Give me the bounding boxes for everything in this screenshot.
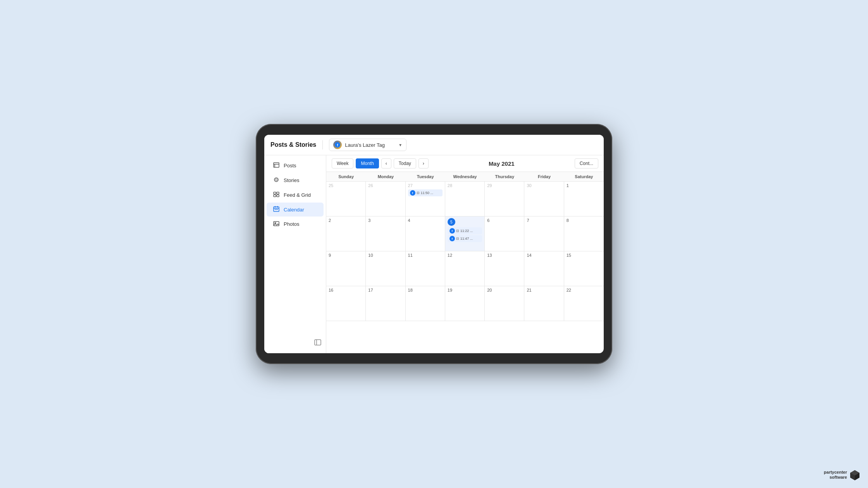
calendar-cell-w3-d0[interactable]: 16 [326, 286, 366, 321]
event-item-w0-d2-e0[interactable]: f⊟11:50 ... [408, 189, 443, 196]
calendar-cell-w3-d3[interactable]: 19 [445, 286, 485, 321]
svg-point-19 [275, 223, 276, 224]
sidebar-item-stories[interactable]: Stories [267, 173, 324, 187]
calendar-cell-w2-d5[interactable]: 14 [524, 251, 564, 286]
stories-icon [273, 177, 280, 184]
svg-rect-9 [274, 195, 276, 197]
calendar-cell-w1-d3[interactable]: 5f⊟11:22 ...f⊟11:47 ... [445, 217, 485, 251]
svg-rect-18 [274, 222, 279, 226]
account-name: Laura's Lazer Tag [345, 142, 395, 148]
calendar-cell-w3-d4[interactable]: 20 [485, 286, 524, 321]
cell-date-w1-d3: 5 [448, 218, 455, 226]
calendar-cell-w2-d4[interactable]: 13 [485, 251, 524, 286]
next-month-button[interactable]: › [418, 158, 429, 168]
cell-date-w2-d3: 12 [448, 253, 452, 258]
calendar-month-title: May 2021 [431, 160, 572, 167]
calendar-cell-w3-d2[interactable]: 18 [406, 286, 445, 321]
day-saturday: Saturday [564, 172, 604, 181]
cell-date-w2-d0: 9 [329, 253, 331, 258]
calendar-cell-w1-d5[interactable]: 7 [524, 217, 564, 251]
cell-date-w0-d0: 25 [329, 183, 333, 188]
calendar-grid: Sunday Monday Tuesday Wednesday Thursday… [326, 172, 604, 353]
sidebar-calendar-label: Calendar [284, 207, 304, 213]
calendar-cell-w0-d2[interactable]: 27f⊟11:50 ... [406, 182, 445, 216]
cell-date-w1-d0: 2 [329, 218, 331, 223]
facebook-event-icon: f [410, 190, 415, 196]
calendar-area: Week Month ‹ Today › May 2021 Cont... Su… [326, 155, 604, 353]
calendar-cell-w2-d3[interactable]: 12 [445, 251, 485, 286]
calendar-cell-w1-d6[interactable]: 8 [564, 217, 604, 251]
calendar-week-2: 9101112131415 [326, 251, 604, 286]
calendar-cell-w1-d0[interactable]: 2 [326, 217, 366, 251]
calendar-cell-w1-d4[interactable]: 6 [485, 217, 524, 251]
prev-month-button[interactable]: ‹ [381, 158, 391, 168]
calendar-cell-w0-d0[interactable]: 25 [326, 182, 366, 216]
calendar-cell-w1-d1[interactable]: 3 [366, 217, 405, 251]
media-event-icon: ⊟ [456, 237, 459, 241]
month-name: May [489, 160, 500, 167]
facebook-event-icon: f [450, 228, 455, 234]
cell-date-w3-d0: 16 [329, 288, 333, 292]
today-button[interactable]: Today [394, 158, 416, 168]
content-button[interactable]: Cont... [575, 158, 598, 168]
calendar-cell-w2-d1[interactable]: 10 [366, 251, 405, 286]
account-selector[interactable]: f Laura's Lazer Tag ▼ [329, 139, 406, 151]
calendar-cell-w3-d5[interactable]: 21 [524, 286, 564, 321]
cell-date-w1-d6: 8 [567, 218, 569, 223]
cell-date-w1-d1: 3 [368, 218, 370, 223]
calendar-cell-w0-d1[interactable]: 26 [366, 182, 405, 216]
sidebar-item-feed-grid[interactable]: Feed & Grid [267, 188, 324, 202]
cell-date-w3-d2: 18 [408, 288, 413, 292]
sidebar-toggle-icon[interactable] [314, 339, 321, 347]
calendar-cell-w1-d2[interactable]: 4 [406, 217, 445, 251]
event-time: 11:47 ... [460, 237, 473, 241]
tablet-screen: Posts & Stories f Laura's Lazer Tag ▼ [264, 135, 604, 353]
calendar-cell-w3-d1[interactable]: 17 [366, 286, 405, 321]
calendar-cell-w0-d6[interactable]: 1 [564, 182, 604, 216]
sidebar-item-calendar[interactable]: Calendar [267, 203, 324, 217]
media-event-icon: ⊟ [456, 229, 459, 233]
cell-date-w0-d5: 30 [527, 183, 531, 188]
cell-date-w0-d2: 27 [408, 183, 413, 188]
day-sunday: Sunday [326, 172, 366, 181]
day-tuesday: Tuesday [406, 172, 445, 181]
calendar-cell-w3-d6[interactable]: 22 [564, 286, 604, 321]
sidebar-stories-label: Stories [284, 177, 299, 183]
day-monday: Monday [366, 172, 405, 181]
header-divider [322, 140, 323, 149]
event-time: 11:22 ... [460, 229, 473, 233]
event-item-w1-d3-e0[interactable]: f⊟11:22 ... [448, 227, 482, 234]
sidebar-posts-label: Posts [284, 163, 296, 168]
week-view-button[interactable]: Week [332, 158, 353, 168]
cell-date-w0-d1: 26 [368, 183, 373, 188]
cell-date-w0-d4: 29 [487, 183, 492, 188]
brand-text: partycenter software [824, 470, 847, 480]
svg-point-5 [274, 178, 278, 182]
calendar-cell-w0-d3[interactable]: 28 [445, 182, 485, 216]
cell-date-w3-d5: 21 [527, 288, 531, 292]
sidebar-nav: Posts Stories [264, 158, 326, 231]
svg-rect-7 [274, 192, 276, 194]
sidebar-footer [264, 336, 326, 350]
cell-date-w2-d1: 10 [368, 253, 373, 258]
sidebar-item-posts[interactable]: Posts [267, 159, 324, 172]
calendar-days-header: Sunday Monday Tuesday Wednesday Thursday… [326, 172, 604, 182]
calendar-cell-w0-d5[interactable]: 30 [524, 182, 564, 216]
calendar-cell-w2-d0[interactable]: 9 [326, 251, 366, 286]
brand-cube-icon [849, 469, 860, 480]
cell-date-w0-d3: 28 [448, 183, 452, 188]
calendar-cell-w2-d6[interactable]: 15 [564, 251, 604, 286]
calendar-icon [273, 206, 280, 213]
sidebar-item-photos[interactable]: Photos [267, 217, 324, 231]
month-view-button[interactable]: Month [356, 158, 379, 168]
photos-icon [273, 221, 280, 227]
svg-point-6 [276, 179, 277, 181]
year-value: 2021 [501, 160, 514, 167]
svg-rect-8 [277, 192, 279, 194]
event-item-w1-d3-e1[interactable]: f⊟11:47 ... [448, 235, 482, 242]
calendar-cell-w2-d2[interactable]: 11 [406, 251, 445, 286]
tablet-frame: Posts & Stories f Laura's Lazer Tag ▼ [256, 124, 612, 364]
calendar-cell-w0-d4[interactable]: 29 [485, 182, 524, 216]
cell-date-w1-d5: 7 [527, 218, 529, 223]
sidebar-photos-label: Photos [284, 221, 299, 227]
